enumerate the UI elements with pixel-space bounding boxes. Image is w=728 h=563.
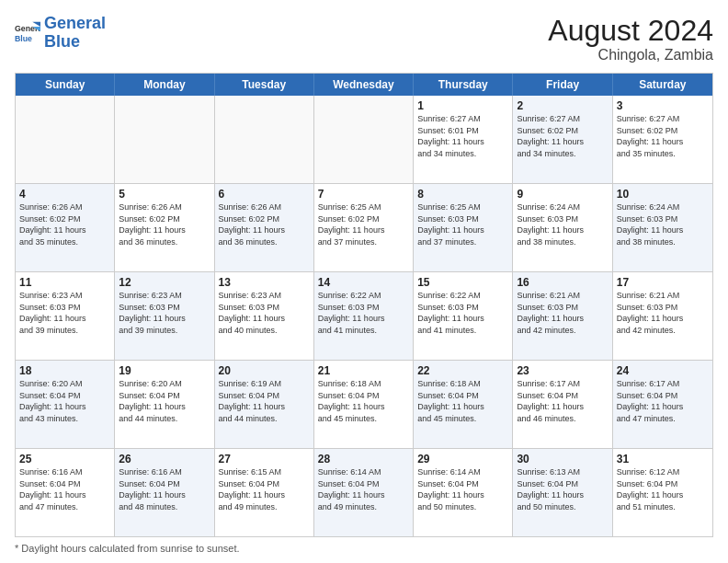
subtitle: Chingola, Zambia (548, 47, 713, 63)
cal-cell: 17Sunrise: 6:21 AM Sunset: 6:03 PM Dayli… (613, 272, 712, 360)
cal-cell: 4Sunrise: 6:26 AM Sunset: 6:02 PM Daylig… (16, 184, 115, 271)
cal-cell: 18Sunrise: 6:20 AM Sunset: 6:04 PM Dayli… (16, 361, 115, 448)
day-number: 15 (417, 276, 508, 289)
cell-info: Sunrise: 6:18 AM Sunset: 6:04 PM Dayligh… (417, 378, 508, 424)
day-number: 16 (517, 276, 608, 289)
day-number: 8 (417, 188, 508, 201)
cell-info: Sunrise: 6:26 AM Sunset: 6:02 PM Dayligh… (19, 201, 110, 247)
cal-cell: 21Sunrise: 6:18 AM Sunset: 6:04 PM Dayli… (314, 361, 414, 448)
calendar-header: SundayMondayTuesdayWednesdayThursdayFrid… (16, 74, 712, 96)
day-number: 11 (19, 276, 110, 289)
cell-info: Sunrise: 6:16 AM Sunset: 6:04 PM Dayligh… (19, 466, 110, 512)
cal-cell: 19Sunrise: 6:20 AM Sunset: 6:04 PM Dayli… (115, 361, 214, 448)
cal-header-cell: Sunday (16, 74, 115, 96)
day-number: 21 (318, 364, 409, 377)
day-number: 17 (617, 276, 709, 289)
cal-row: 11Sunrise: 6:23 AM Sunset: 6:03 PM Dayli… (16, 272, 712, 361)
day-number: 25 (19, 453, 110, 465)
day-number: 10 (617, 188, 709, 201)
day-number: 3 (617, 99, 709, 112)
day-number: 24 (617, 364, 709, 377)
cell-info: Sunrise: 6:20 AM Sunset: 6:04 PM Dayligh… (19, 378, 110, 424)
title-block: August 2024 Chingola, Zambia (548, 15, 713, 63)
cell-info: Sunrise: 6:23 AM Sunset: 6:03 PM Dayligh… (19, 290, 110, 336)
cell-info: Sunrise: 6:24 AM Sunset: 6:03 PM Dayligh… (617, 201, 709, 247)
day-number: 4 (19, 188, 110, 201)
cell-info: Sunrise: 6:25 AM Sunset: 6:02 PM Dayligh… (318, 201, 409, 247)
day-number: 19 (119, 364, 210, 377)
cell-info: Sunrise: 6:18 AM Sunset: 6:04 PM Dayligh… (318, 378, 409, 424)
header: General Blue General Blue August 2024 Ch… (15, 15, 713, 63)
day-number: 9 (517, 188, 608, 201)
cal-cell: 6Sunrise: 6:26 AM Sunset: 6:02 PM Daylig… (215, 184, 314, 271)
day-number: 29 (417, 453, 508, 465)
cell-info: Sunrise: 6:22 AM Sunset: 6:03 PM Dayligh… (318, 290, 409, 336)
cell-info: Sunrise: 6:23 AM Sunset: 6:03 PM Dayligh… (219, 290, 310, 336)
cal-cell: 12Sunrise: 6:23 AM Sunset: 6:03 PM Dayli… (115, 272, 214, 360)
cal-row: 25Sunrise: 6:16 AM Sunset: 6:04 PM Dayli… (16, 449, 712, 536)
cal-cell: 1Sunrise: 6:27 AM Sunset: 6:01 PM Daylig… (414, 96, 513, 183)
cal-cell: 26Sunrise: 6:16 AM Sunset: 6:04 PM Dayli… (115, 449, 214, 536)
cell-info: Sunrise: 6:21 AM Sunset: 6:03 PM Dayligh… (517, 290, 608, 336)
cal-cell (215, 96, 314, 183)
cal-cell: 14Sunrise: 6:22 AM Sunset: 6:03 PM Dayli… (314, 272, 414, 360)
cal-cell: 3Sunrise: 6:27 AM Sunset: 6:02 PM Daylig… (613, 96, 712, 183)
logo: General Blue General Blue (15, 15, 106, 52)
cal-row: 4Sunrise: 6:26 AM Sunset: 6:02 PM Daylig… (16, 184, 712, 272)
cell-info: Sunrise: 6:15 AM Sunset: 6:04 PM Dayligh… (219, 466, 310, 512)
main-title: August 2024 (548, 15, 713, 47)
cal-cell: 10Sunrise: 6:24 AM Sunset: 6:03 PM Dayli… (613, 184, 712, 271)
cal-cell: 2Sunrise: 6:27 AM Sunset: 6:02 PM Daylig… (513, 96, 612, 183)
day-number: 22 (417, 364, 508, 377)
cal-cell (115, 96, 214, 183)
day-number: 13 (219, 276, 310, 289)
day-number: 6 (219, 188, 310, 201)
day-number: 2 (517, 99, 608, 112)
day-number: 30 (517, 453, 608, 465)
day-number: 28 (318, 453, 409, 465)
cal-cell: 30Sunrise: 6:13 AM Sunset: 6:04 PM Dayli… (513, 449, 612, 536)
cal-cell: 22Sunrise: 6:18 AM Sunset: 6:04 PM Dayli… (414, 361, 513, 448)
cell-info: Sunrise: 6:26 AM Sunset: 6:02 PM Dayligh… (219, 201, 310, 247)
day-number: 31 (617, 453, 709, 465)
cal-cell: 23Sunrise: 6:17 AM Sunset: 6:04 PM Dayli… (513, 361, 612, 448)
cal-header-cell: Monday (115, 74, 214, 96)
cell-info: Sunrise: 6:21 AM Sunset: 6:03 PM Dayligh… (617, 290, 709, 336)
cell-info: Sunrise: 6:27 AM Sunset: 6:02 PM Dayligh… (617, 113, 709, 159)
day-number: 27 (219, 453, 310, 465)
cal-cell: 9Sunrise: 6:24 AM Sunset: 6:03 PM Daylig… (513, 184, 612, 271)
cal-cell: 27Sunrise: 6:15 AM Sunset: 6:04 PM Dayli… (215, 449, 314, 536)
day-number: 26 (119, 453, 210, 465)
cal-cell: 28Sunrise: 6:14 AM Sunset: 6:04 PM Dayli… (314, 449, 414, 536)
cell-info: Sunrise: 6:23 AM Sunset: 6:03 PM Dayligh… (119, 290, 210, 336)
cal-cell: 20Sunrise: 6:19 AM Sunset: 6:04 PM Dayli… (215, 361, 314, 448)
day-number: 14 (318, 276, 409, 289)
cal-cell: 5Sunrise: 6:26 AM Sunset: 6:02 PM Daylig… (115, 184, 214, 271)
cal-header-cell: Wednesday (314, 74, 414, 96)
day-number: 20 (219, 364, 310, 377)
cell-info: Sunrise: 6:17 AM Sunset: 6:04 PM Dayligh… (617, 378, 709, 424)
cell-info: Sunrise: 6:26 AM Sunset: 6:02 PM Dayligh… (119, 201, 210, 247)
cell-info: Sunrise: 6:14 AM Sunset: 6:04 PM Dayligh… (417, 466, 508, 512)
day-number: 7 (318, 188, 409, 201)
cell-info: Sunrise: 6:14 AM Sunset: 6:04 PM Dayligh… (318, 466, 409, 512)
calendar: SundayMondayTuesdayWednesdayThursdayFrid… (15, 73, 713, 537)
cal-cell: 31Sunrise: 6:12 AM Sunset: 6:04 PM Dayli… (613, 449, 712, 536)
cal-row: 18Sunrise: 6:20 AM Sunset: 6:04 PM Dayli… (16, 361, 712, 449)
cal-header-cell: Saturday (613, 74, 712, 96)
cell-info: Sunrise: 6:25 AM Sunset: 6:03 PM Dayligh… (417, 201, 508, 247)
cell-info: Sunrise: 6:22 AM Sunset: 6:03 PM Dayligh… (417, 290, 508, 336)
cal-cell: 16Sunrise: 6:21 AM Sunset: 6:03 PM Dayli… (513, 272, 612, 360)
cell-info: Sunrise: 6:27 AM Sunset: 6:02 PM Dayligh… (517, 113, 608, 159)
cal-cell: 7Sunrise: 6:25 AM Sunset: 6:02 PM Daylig… (314, 184, 414, 271)
cal-row: 1Sunrise: 6:27 AM Sunset: 6:01 PM Daylig… (16, 96, 712, 184)
cal-cell (314, 96, 414, 183)
cell-info: Sunrise: 6:17 AM Sunset: 6:04 PM Dayligh… (517, 378, 608, 424)
footnote: * Daylight hours calculated from sunrise… (15, 543, 713, 554)
cal-cell: 15Sunrise: 6:22 AM Sunset: 6:03 PM Dayli… (414, 272, 513, 360)
day-number: 12 (119, 276, 210, 289)
cal-header-cell: Friday (513, 74, 612, 96)
cal-cell: 24Sunrise: 6:17 AM Sunset: 6:04 PM Dayli… (613, 361, 712, 448)
svg-text:Blue: Blue (15, 34, 32, 43)
page: General Blue General Blue August 2024 Ch… (0, 0, 728, 563)
